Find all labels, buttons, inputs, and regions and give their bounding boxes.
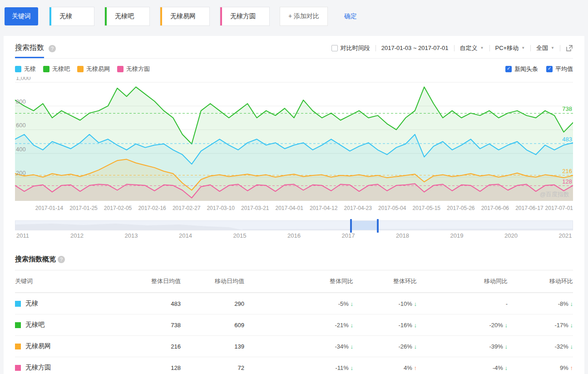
keyword-button[interactable]: 关键词	[5, 7, 38, 25]
arrow-down-icon: ↓	[568, 343, 573, 350]
timeline-year: 2015	[233, 232, 247, 239]
avg-value-cell: 128	[131, 358, 181, 374]
keyword-color-bar	[49, 7, 51, 25]
timeline-year: 2017	[342, 232, 355, 239]
column-header: 关键词	[15, 270, 131, 292]
change-cell: 4% ↑	[353, 358, 417, 374]
tab-search-index[interactable]: 搜索指数	[15, 43, 44, 58]
change-cell: -17% ↓	[508, 315, 573, 335]
x-axis-tick: 2017-06-17	[515, 205, 543, 211]
timeline-year: 2013	[125, 232, 138, 239]
change-cell: -26% ↓	[353, 337, 417, 356]
keyword-label: 无棣	[25, 299, 38, 308]
legend-item-1[interactable]: 无棣	[15, 65, 36, 73]
avg-value-cell: 139	[181, 337, 244, 356]
confirm-button[interactable]: 确定	[344, 12, 357, 20]
legend-swatch	[43, 66, 49, 72]
checkbox-icon[interactable]	[331, 45, 338, 51]
help-icon[interactable]: ?	[49, 45, 56, 52]
arrow-down-icon: ↓	[349, 300, 353, 307]
custom-range-dropdown[interactable]: 自定义 ▼	[460, 44, 484, 52]
table-row: 无棣吧738609-21% ↓-16% ↓-20% ↓-17% ↓	[15, 314, 573, 335]
chevron-down-icon: ▼	[551, 46, 554, 50]
change-value: 4%	[404, 364, 412, 371]
checkbox-icon[interactable]	[505, 66, 512, 72]
avg-value-cell: 290	[181, 294, 244, 314]
help-icon[interactable]: ?	[58, 256, 65, 263]
watermark: @百度指数	[540, 190, 569, 199]
device-dropdown[interactable]: PC+移动 ▼	[495, 44, 525, 52]
keyword-chip-3[interactable]: 无棣易网	[160, 7, 210, 26]
toggle-label: 新闻头条	[514, 65, 538, 73]
timeline-years: 2011201220132014201520162017201820192020…	[15, 232, 573, 243]
region-dropdown[interactable]: 全国 ▼	[536, 44, 554, 52]
column-header: 整体日均值	[131, 270, 181, 292]
keyword-chip-1[interactable]: 无棣	[49, 7, 94, 26]
compare-period-checkbox[interactable]: 对比时间段	[331, 44, 370, 52]
toggle-news-headline[interactable]: 新闻头条	[505, 65, 538, 73]
svg-text:216: 216	[562, 168, 572, 175]
legend-row: 无棣无棣吧无棣易网无棣方圆 新闻头条平均值	[15, 65, 573, 73]
change-cell: -20% ↓	[417, 315, 508, 335]
add-compare-button[interactable]: + 添加对比	[280, 7, 328, 26]
timeline-slider[interactable]	[15, 220, 573, 230]
keyword-chip-2[interactable]: 无棣吧	[104, 7, 150, 26]
arrow-down-icon: ↓	[412, 300, 417, 307]
arrow-down-icon: ↓	[349, 343, 353, 350]
timeline-year: 2011	[16, 232, 29, 239]
x-axis-tick: 2017-03-21	[241, 205, 269, 211]
arrow-up-icon: ↑	[568, 364, 573, 371]
keyword-color-bar	[220, 7, 222, 25]
keyword-cell: 无棣吧	[15, 314, 131, 335]
arrow-down-icon: ↓	[568, 322, 573, 329]
legend-item-2[interactable]: 无棣吧	[43, 65, 70, 73]
x-axis-tick: 2017-05-15	[413, 205, 440, 211]
overview-title: 搜索指数概览	[15, 255, 56, 264]
change-cell: -8% ↓	[508, 294, 573, 314]
checkbox-icon[interactable]	[546, 66, 553, 72]
arrow-down-icon: ↓	[412, 322, 417, 329]
slider-selection[interactable]	[351, 221, 378, 230]
timeline-year: 2021	[559, 232, 572, 239]
toggle-average[interactable]: 平均值	[546, 65, 573, 73]
avg-value-cell: 216	[131, 337, 181, 356]
column-header: 整体环比	[353, 270, 417, 292]
arrow-down-icon: ↓	[349, 322, 353, 329]
change-value: -11%	[335, 364, 348, 371]
legend-swatch	[15, 66, 21, 72]
keyword-chip-label: 无棣方圆	[230, 12, 256, 20]
x-axis-tick: 2017-02-05	[104, 205, 132, 211]
x-axis-tick: 2017-06-06	[481, 205, 509, 211]
timeline-year: 2018	[396, 232, 409, 239]
region-label: 全国	[536, 44, 548, 52]
table-header-row: 关键词整体日均值移动日均值整体同比整体环比移动同比移动环比	[15, 270, 573, 293]
x-axis-labels: 2017-01-142017-01-252017-02-052017-02-16…	[15, 205, 573, 215]
svg-text:738: 738	[562, 105, 572, 112]
change-value: -5%	[338, 300, 349, 307]
legend-item-3[interactable]: 无棣易网	[77, 65, 110, 73]
svg-text:128: 128	[562, 178, 572, 185]
change-cell: -32% ↓	[508, 337, 573, 356]
toggle-label: 平均值	[555, 65, 573, 73]
slider-handle-right[interactable]	[377, 219, 379, 233]
legend-item-4[interactable]: 无棣方圆	[117, 65, 150, 73]
column-header: 移动环比	[508, 270, 573, 292]
date-range-picker[interactable]: 2017-01-03 ~ 2017-07-01	[381, 45, 449, 51]
panel-header: 搜索指数 ? 对比时间段 2017-01-03 ~ 2017-07-01 自定义…	[15, 36, 573, 59]
slider-handle-left[interactable]	[350, 219, 352, 233]
change-value: -32%	[555, 343, 568, 350]
x-axis-tick: 2017-07-01	[545, 205, 573, 211]
arrow-down-icon: ↓	[349, 364, 353, 371]
change-value: -21%	[335, 322, 349, 329]
keyword-swatch	[15, 365, 21, 371]
keyword-chip-4[interactable]: 无棣方圆	[220, 7, 270, 26]
search-index-card: 搜索指数 ? 对比时间段 2017-01-03 ~ 2017-07-01 自定义…	[4, 36, 584, 374]
keyword-swatch	[15, 344, 21, 349]
arrow-up-icon: ↑	[412, 364, 417, 371]
x-axis-tick: 2017-01-14	[35, 205, 63, 211]
keyword-toolbar: 关键词 无棣无棣吧无棣易网无棣方圆 + 添加对比 确定	[0, 0, 588, 32]
divider	[376, 45, 376, 51]
column-header: 移动同比	[417, 270, 508, 292]
arrow-down-icon: ↓	[503, 343, 508, 350]
export-icon[interactable]	[566, 45, 573, 52]
